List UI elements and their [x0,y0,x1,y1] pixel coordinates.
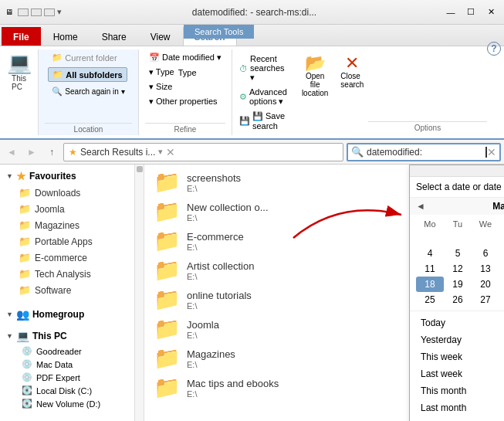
sidebar-item-pdf-expert[interactable]: 💿 PDF Expert [0,371,134,384]
tutorials-info: online tutorials E:\ [187,290,252,311]
calendar-day-4[interactable]: 4 [416,246,444,261]
preset-yesterday[interactable]: Yesterday [416,331,504,348]
ribbon-group-options: ⏱ Recent searches ▾ ⚙ Advanced options ▾… [232,49,490,135]
nav-back-button[interactable]: ◄ [3,144,20,161]
sidebar-item-ecommerce[interactable]: 📁 E-commerce [0,250,134,266]
recent-searches-button[interactable]: ⏱ Recent searches ▾ [235,53,291,84]
calendar-day-12[interactable]: 12 [444,261,472,277]
tutorials-path: E:\ [187,301,252,311]
address-close-icon[interactable]: ✕ [166,146,175,158]
quick-access-dropdown[interactable]: ▾ [57,7,62,17]
calendar-day-14[interactable]: 14 [499,261,504,277]
search-box-text[interactable]: datemodified: [367,147,485,158]
favourites-header[interactable]: ▼ ★ Favourites [0,168,134,185]
open-file-location-button[interactable]: 📂 Open file location [297,53,333,100]
calendar-day-28[interactable]: 28 [499,292,504,307]
calendar-day-27[interactable]: 27 [472,292,499,307]
date-modified-button[interactable]: 📅 Date modified ▾ [145,51,225,64]
joomla-file-info: Joomla E:\ [187,319,219,340]
magazines-file-folder-icon: 📁 [154,348,181,369]
calendar-day-25[interactable]: 25 [416,292,444,307]
tab-home[interactable]: Home [42,27,90,46]
close-button[interactable]: ✕ [481,4,501,21]
close-search-button[interactable]: ✕ Close search [336,53,368,91]
calendar-day-21[interactable]: 21 [499,277,504,292]
calendar-day-empty [499,230,504,246]
ribbon-area: Search Tools File Home Share View Search… [0,25,504,140]
quick-access-icon3[interactable] [44,8,55,16]
search-tools-tab[interactable]: Search Tools [184,25,254,39]
favourites-star-icon: ★ [16,170,26,182]
sidebar-item-software[interactable]: 📁 Software [0,282,134,298]
ribbon-group-location: 📁 Current folder 📁 All subfolders 🔍 Sear… [39,49,139,135]
quick-access-icon1[interactable] [18,8,29,16]
preset-last-month[interactable]: Last month [416,399,504,416]
save-search-button[interactable]: 💾 💾 Save search [235,110,291,132]
sidebar-item-joomla[interactable]: 📁 Joomla [0,201,134,217]
sidebar-scrollbar[interactable] [135,165,144,421]
save-icon: 💾 [239,116,250,126]
ribbon-group-refine: 📅 Date modified ▾ ▾ Type Type ▾ Size ▾ O… [139,49,232,135]
this-pc-sidebar-label: This PC [32,331,67,341]
sidebar-scroll-thumb[interactable] [137,166,143,172]
calendar-day-13[interactable]: 13 [472,261,499,277]
calendar-icon: 📅 [149,53,160,63]
homegroup-header[interactable]: ▼ 👥 Homegroup [0,306,134,323]
sidebar-item-downloads[interactable]: 📁 Downloads [0,185,134,201]
this-pc-header[interactable]: ▼ 💻 This PC [0,328,134,345]
tab-share[interactable]: Share [90,27,138,46]
sidebar-item-goodreader[interactable]: 💿 Goodreader [0,345,134,358]
help-button[interactable]: ? [487,42,501,56]
tab-view[interactable]: View [139,27,182,46]
sidebar-item-local-disk[interactable]: 💽 Local Disk (C:) [0,384,134,397]
calendar-prev-button[interactable]: ◄ [416,201,425,212]
nav-up-button[interactable]: ↑ [43,144,60,161]
homegroup-arrow: ▼ [6,311,13,318]
other-props-button[interactable]: ▾ Other properties [145,95,222,108]
search-again-button[interactable]: 🔍 Search again in ▾ [48,85,128,98]
address-path-text: Search Results i... [80,147,155,158]
preset-this-year[interactable]: This year [416,416,504,421]
tutorials-folder-icon: 📁 [154,289,181,311]
calendar-day-18[interactable]: 18 [416,277,444,292]
this-pc-ribbon-button[interactable]: 💻 ThisPC [0,49,39,135]
type-button[interactable]: ▾ Type Type [145,66,201,79]
current-folder-button[interactable]: 📁 Current folder [48,51,120,64]
maximize-button[interactable]: ☐ [461,4,481,21]
sidebar-item-tech-analysis[interactable]: 📁 Tech Analysis [0,266,134,282]
preset-this-week[interactable]: This week [416,348,504,365]
minimize-button[interactable]: — [441,4,461,21]
tab-file[interactable]: File [2,27,41,46]
calendar-day-19[interactable]: 19 [444,277,472,292]
sidebar-item-mac-data[interactable]: 💿 Mac Data [0,358,134,371]
tech-folder-icon: 📁 [19,268,31,280]
calendar-day-7[interactable]: 7 [499,246,504,261]
preset-this-month[interactable]: This month [416,382,504,399]
search-box-clear[interactable]: ✕ [487,146,496,158]
calendar-day-6[interactable]: 6 [472,246,499,261]
address-path[interactable]: ★ Search Results i... ▾ ✕ [63,143,343,161]
nav-forward-button[interactable]: ► [23,144,40,161]
screenshots-name: screenshots [187,172,241,184]
preset-last-week[interactable]: Last week [416,365,504,382]
calendar-day-11[interactable]: 11 [416,261,444,277]
calendar-day-20[interactable]: 20 [472,277,499,292]
advanced-options-button[interactable]: ⚙ Advanced options ▾ [235,86,291,108]
software-folder-icon: 📁 [19,284,31,296]
sidebar-item-magazines[interactable]: 📁 Magazines [0,217,134,233]
window-title: datemodified: - search-ms:di... [68,7,441,18]
file-area: 📁 screenshots E:\ 📁 New collection o... … [135,165,504,421]
preset-today[interactable]: Today [416,314,504,331]
sidebar-item-portable-apps[interactable]: 📁 Portable Apps [0,233,134,250]
search-box[interactable]: 🔍 datemodified: ✕ [347,143,501,161]
quick-access-icon2[interactable] [31,8,42,16]
artist-name: Artist collection [187,260,254,272]
calendar-day-26[interactable]: 26 [444,292,472,307]
advanced-options-label: Advanced options ▾ [249,87,287,107]
help-icon[interactable]: ? [487,42,501,56]
calendar-day-5[interactable]: 5 [444,246,472,261]
sidebar-item-new-volume[interactable]: 💽 New Volume (D:) [0,397,134,410]
type-text: Type [178,68,197,77]
all-subfolders-button[interactable]: 📁 All subfolders [48,67,127,82]
size-button[interactable]: ▾ Size [145,80,176,93]
